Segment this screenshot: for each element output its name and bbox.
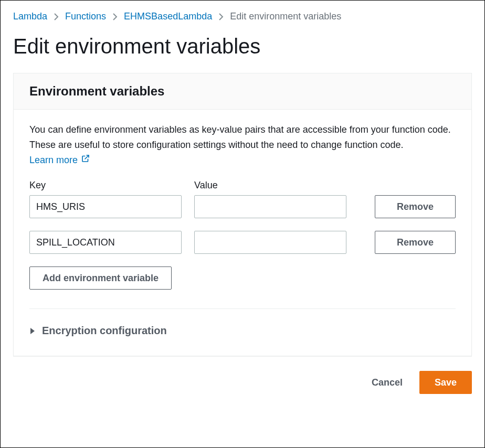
value-column-header: Value: [194, 180, 346, 191]
env-var-value-input[interactable]: [194, 195, 346, 218]
kv-column-headers: Key Value: [29, 180, 456, 191]
learn-more-link[interactable]: Learn more: [29, 153, 90, 168]
env-var-key-input[interactable]: [29, 231, 182, 254]
encryption-config-expandable[interactable]: Encryption configuration: [29, 322, 456, 340]
footer-actions: Cancel Save: [13, 371, 472, 394]
env-var-row: Remove: [29, 195, 456, 218]
cancel-button[interactable]: Cancel: [364, 372, 410, 393]
breadcrumb-link-function-name[interactable]: EHMSBasedLambda: [124, 11, 212, 22]
description-text: You can define environment variables as …: [29, 124, 451, 150]
panel-header: Environment variables: [14, 73, 471, 110]
remove-button[interactable]: Remove: [375, 195, 456, 218]
save-button[interactable]: Save: [419, 371, 472, 394]
chevron-right-icon: [112, 13, 118, 20]
external-link-icon: [81, 153, 90, 168]
breadcrumb-link-functions[interactable]: Functions: [65, 11, 106, 22]
breadcrumb-current: Edit environment variables: [230, 11, 341, 22]
page-title: Edit environment variables: [13, 35, 472, 58]
add-env-var-button[interactable]: Add environment variable: [29, 266, 172, 290]
panel-description: You can define environment variables as …: [29, 122, 456, 167]
env-var-row: Remove: [29, 231, 456, 254]
key-column-header: Key: [29, 180, 182, 191]
breadcrumb: Lambda Functions EHMSBasedLambda Edit en…: [13, 11, 472, 22]
chevron-right-icon: [54, 13, 59, 20]
divider: [29, 308, 456, 309]
env-var-value-input[interactable]: [194, 231, 346, 254]
learn-more-text: Learn more: [29, 153, 78, 168]
panel-title: Environment variables: [29, 84, 456, 99]
breadcrumb-link-lambda[interactable]: Lambda: [13, 11, 47, 22]
env-vars-panel: Environment variables You can define env…: [13, 73, 472, 356]
caret-right-icon: [29, 327, 36, 335]
chevron-right-icon: [218, 13, 224, 20]
remove-button[interactable]: Remove: [375, 231, 456, 254]
env-var-key-input[interactable]: [29, 195, 182, 218]
panel-body: You can define environment variables as …: [14, 110, 471, 356]
encryption-config-label: Encryption configuration: [42, 325, 167, 337]
